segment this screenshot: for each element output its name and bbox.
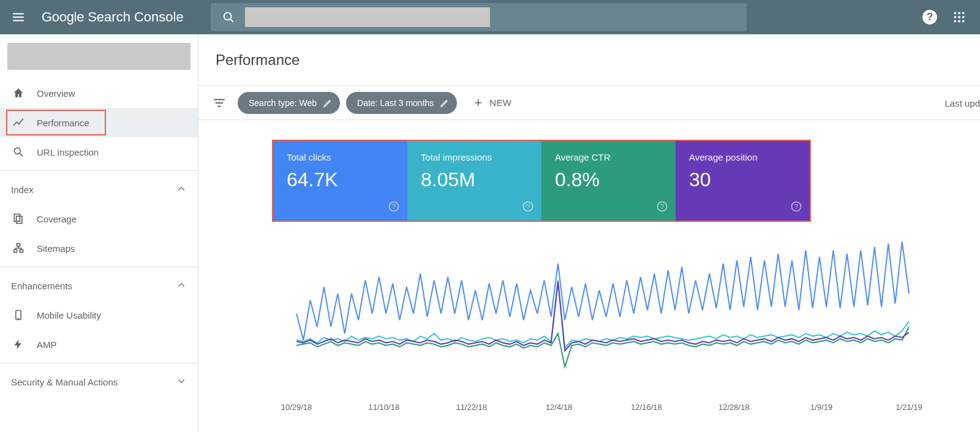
search-type-chip[interactable]: Search type: Web [238,92,340,114]
help-icon[interactable]: ? [522,200,534,214]
logo: Google Search Console [42,9,184,25]
metric-card-impressions[interactable]: Total impressions 8.05M ? [407,141,541,221]
home-icon [11,87,26,99]
chevron-up-icon [176,183,187,196]
filter-icon [213,96,226,110]
main: Performance Search type: Web Date: Last … [198,34,980,432]
sidebar-item-label: Overview [37,88,75,99]
sidebar-item-overview[interactable]: Overview [0,78,198,108]
metric-value: 8.05M [421,169,529,191]
last-updated: Last upd [944,97,980,108]
chip-label: Search type: Web [249,98,317,108]
svg-rect-7 [958,16,960,18]
svg-rect-8 [962,16,964,18]
svg-rect-9 [954,20,956,22]
coverage-icon [11,213,26,225]
page-header: Performance [198,34,980,86]
help-icon[interactable]: ? [656,200,668,214]
property-selector[interactable] [7,43,190,70]
sitemaps-icon [11,242,26,254]
add-filter-button[interactable]: + NEW [469,96,516,110]
sidebar-item-mobile-usability[interactable]: Mobile Usability [0,300,198,330]
help-icon: ? [922,9,938,25]
logo-google: Google [42,9,84,25]
x-axis-tick: 11/10/18 [369,403,400,412]
sidebar-item-label: URL inspection [37,147,99,157]
svg-rect-14 [17,216,22,224]
metric-card-ctr[interactable]: Average CTR 0.8% ? [541,141,676,221]
content: Total clicks 64.7K ? Total impressions 8… [198,120,980,418]
chart-series-line [296,327,909,366]
x-axis-tick: 12/16/18 [631,403,662,412]
sidebar-item-amp[interactable]: AMP [0,330,198,359]
hamburger-menu-button[interactable] [4,2,33,32]
date-range-chip[interactable]: Date: Last 3 months [346,92,457,114]
x-axis-tick: 12/28/18 [718,403,750,412]
sidebar-item-url-inspection[interactable]: URL inspection [0,137,198,167]
svg-point-12 [14,148,20,154]
sidebar-item-label: Sitemaps [37,243,75,254]
sidebar-item-performance[interactable]: Performance [0,108,198,137]
x-axis-tick: 10/29/18 [281,403,312,412]
svg-rect-6 [954,16,956,18]
topbar: Google Search Console ? [0,0,980,34]
apps-button[interactable] [944,2,974,32]
svg-rect-11 [962,20,964,22]
x-axis-tick: 11/22/18 [456,403,487,412]
metric-card-clicks[interactable]: Total clicks 64.7K ? [273,141,407,221]
sidebar-item-sitemaps[interactable]: Sitemaps [0,233,198,263]
page-title: Performance [216,51,300,69]
x-axis-tick: 1/9/19 [810,403,832,412]
apps-icon [953,11,965,23]
divider [0,170,198,171]
pencil-icon [323,98,333,108]
sidebar-item-label: Performance [37,118,89,128]
divider [0,267,198,267]
help-icon[interactable]: ? [388,200,400,214]
add-filter-label: NEW [489,97,511,108]
sidebar-section-enhancements[interactable]: Enhancements [0,271,198,300]
sidebar-item-coverage[interactable]: Coverage [0,204,198,233]
filter-button[interactable] [207,91,232,115]
search-input[interactable] [245,7,490,27]
performance-icon [11,116,26,129]
metric-card-position[interactable]: Average position 30 ? [676,141,810,221]
filter-bar: Search type: Web Date: Last 3 months + N… [198,86,980,120]
chart-series-line [296,241,909,340]
metric-label: Total clicks [287,152,395,162]
phone-icon [11,309,26,321]
search-box[interactable] [211,3,747,31]
pencil-icon [440,98,450,108]
sidebar-section-index[interactable]: Index [0,175,198,204]
chip-label: Date: Last 3 months [357,98,434,108]
svg-rect-4 [958,12,960,14]
help-icon[interactable]: ? [790,200,802,214]
divider [0,363,198,363]
metric-cards: Total clicks 64.7K ? Total impressions 8… [272,140,811,222]
metric-value: 64.7K [287,169,395,191]
metric-value: 0.8% [555,169,663,191]
logo-product: Search Console [88,9,184,25]
x-axis-tick: 1/21/19 [895,403,922,412]
metric-label: Average CTR [555,152,663,162]
sidebar-item-label: Mobile Usability [37,310,101,320]
sidebar-section-security[interactable]: Security & Manual Actions [0,367,198,396]
search-icon [11,146,26,158]
svg-rect-10 [958,20,960,22]
performance-chart[interactable]: 10/29/1811/10/1811/22/1812/4/1812/16/181… [272,228,921,418]
plus-icon: + [474,96,482,110]
svg-rect-3 [954,12,956,14]
sidebar-item-label: AMP [37,339,57,350]
metric-label: Average position [689,152,797,162]
chart-series-line [296,280,909,348]
metric-label: Total impressions [421,152,529,162]
svg-text:?: ? [927,10,933,23]
svg-text:?: ? [526,203,530,210]
search-icon [214,3,243,31]
metric-value: 30 [689,169,797,191]
sidebar: Overview Performance URL inspection Inde… [0,34,198,432]
svg-text:?: ? [794,203,798,210]
help-button[interactable]: ? [915,2,944,32]
sidebar-item-label: Coverage [37,214,77,224]
svg-text:?: ? [660,203,664,210]
